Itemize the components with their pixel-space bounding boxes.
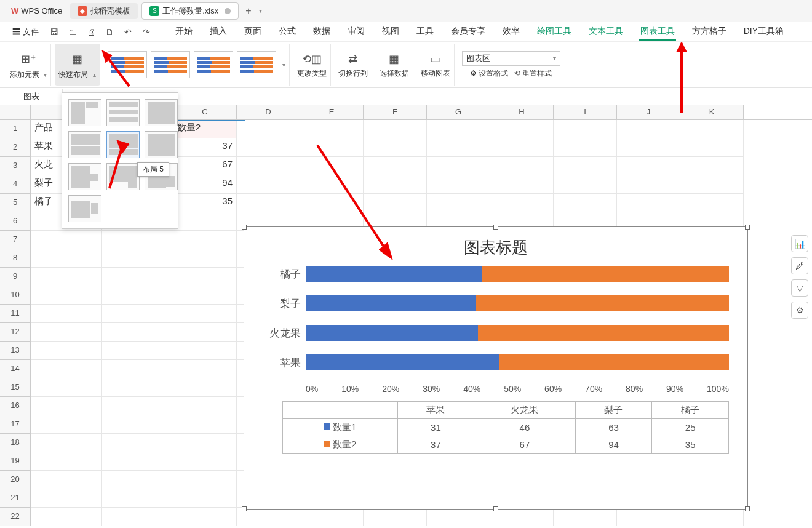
row-header-17[interactable]: 17 [0, 415, 31, 434]
menu-tab-1[interactable]: 插入 [209, 23, 228, 41]
cell[interactable] [102, 452, 173, 471]
cell[interactable] [490, 138, 554, 157]
cell[interactable] [31, 268, 102, 286]
row-header-8[interactable]: 8 [0, 249, 31, 268]
cell[interactable] [173, 305, 237, 323]
cell[interactable] [173, 360, 237, 378]
menu-tab-9[interactable]: 效率 [501, 23, 521, 41]
cell[interactable] [31, 489, 102, 508]
chart-object[interactable]: 图表标题 橘子梨子火龙果苹果 0%10%20%30%40%50%60%70%80… [244, 226, 748, 510]
cell[interactable] [554, 175, 617, 194]
menu-tab-8[interactable]: 会员专享 [450, 23, 487, 41]
cell[interactable] [31, 286, 102, 305]
cell[interactable] [173, 471, 237, 489]
cell[interactable] [490, 120, 554, 138]
cell[interactable] [31, 305, 102, 323]
menu-tab-2[interactable]: 页面 [243, 23, 263, 41]
cell[interactable] [554, 120, 617, 138]
cell[interactable] [490, 508, 554, 526]
chart-handle-ne[interactable] [745, 225, 750, 230]
row-header-10[interactable]: 10 [0, 286, 31, 305]
cell[interactable]: 67 [173, 157, 237, 175]
cell[interactable] [173, 323, 237, 342]
cell[interactable] [300, 508, 364, 526]
cell[interactable] [554, 194, 617, 212]
cell[interactable] [490, 175, 554, 194]
change-type-button[interactable]: ⟲▥更改类型 [293, 44, 331, 86]
cell[interactable] [102, 489, 173, 508]
cell[interactable] [617, 138, 680, 157]
cell[interactable] [554, 157, 617, 175]
cell[interactable] [31, 249, 102, 268]
cell[interactable] [102, 249, 173, 268]
name-box[interactable]: 图表 [0, 89, 63, 104]
col-header-F[interactable]: F [364, 105, 427, 119]
cell[interactable] [173, 268, 237, 286]
cell[interactable] [102, 415, 173, 434]
cell[interactable] [173, 397, 237, 415]
cell[interactable] [173, 415, 237, 434]
quick-layout-button[interactable]: ▦ 快速布局 ▴ [55, 44, 100, 86]
cell[interactable] [173, 249, 237, 268]
cell[interactable] [680, 508, 744, 526]
menu-tab-3[interactable]: 公式 [277, 23, 297, 41]
redo-icon[interactable]: ↷ [140, 25, 153, 39]
cell[interactable] [237, 157, 300, 175]
cell[interactable] [102, 434, 173, 452]
menu-tab-5[interactable]: 审阅 [346, 23, 366, 41]
col-header-D[interactable]: D [237, 105, 300, 119]
cell[interactable] [173, 212, 237, 231]
row-header-4[interactable]: 4 [0, 175, 31, 194]
row-header-9[interactable]: 9 [0, 268, 31, 286]
col-header-I[interactable]: I [554, 105, 617, 119]
new-tab-button[interactable]: + [241, 3, 256, 19]
menu-tab-13[interactable]: 方方格子 [691, 23, 728, 41]
style-thumb-2[interactable] [151, 51, 190, 78]
cell[interactable] [427, 175, 490, 194]
layout-option-1[interactable] [68, 99, 102, 126]
cell[interactable] [31, 397, 102, 415]
cell[interactable] [31, 508, 102, 526]
cell[interactable] [237, 194, 300, 212]
cell[interactable] [31, 342, 102, 360]
cell[interactable] [31, 415, 102, 434]
menu-tab-6[interactable]: 视图 [381, 23, 400, 41]
file-menu[interactable]: ☰ 文件 [6, 24, 45, 40]
cell[interactable] [680, 194, 744, 212]
cell[interactable]: 94 [173, 175, 237, 194]
cell[interactable] [490, 157, 554, 175]
select-data-button[interactable]: ▦选择数据 [376, 44, 413, 86]
layout-option-10[interactable] [68, 195, 102, 222]
row-header-12[interactable]: 12 [0, 323, 31, 342]
layout-option-2[interactable] [106, 99, 140, 126]
cell[interactable]: 37 [173, 138, 237, 157]
cell[interactable]: 数量2 [173, 120, 237, 138]
style-thumb-4[interactable] [237, 51, 276, 78]
cell[interactable] [554, 138, 617, 157]
cell[interactable] [102, 231, 173, 249]
row-header-13[interactable]: 13 [0, 342, 31, 360]
folder-icon[interactable]: 🗀 [66, 25, 79, 39]
chart-style-icon[interactable]: 🖉 [791, 257, 808, 274]
row-header-1[interactable]: 1 [0, 120, 31, 138]
layout-option-3[interactable] [145, 99, 178, 126]
row-header-22[interactable]: 22 [0, 508, 31, 526]
set-format-button[interactable]: ⚙设置格式 [470, 68, 508, 79]
cell[interactable] [617, 175, 680, 194]
cell[interactable] [31, 360, 102, 378]
col-header-J[interactable]: J [617, 105, 680, 119]
chart-handle-n[interactable] [493, 225, 498, 230]
chart-area-select[interactable]: 图表区▾ [462, 51, 560, 66]
row-header-3[interactable]: 3 [0, 157, 31, 175]
cell[interactable] [173, 508, 237, 526]
cell[interactable] [680, 175, 744, 194]
cell[interactable] [31, 471, 102, 489]
cell[interactable] [300, 120, 364, 138]
reset-style-button[interactable]: ⟲重置样式 [514, 68, 552, 79]
layout-option-7[interactable] [68, 163, 102, 190]
cell[interactable] [102, 342, 173, 360]
cell[interactable] [617, 508, 680, 526]
style-thumb-3[interactable] [194, 51, 233, 78]
undo-icon[interactable]: ↶ [121, 25, 135, 39]
layout-option-4[interactable] [68, 131, 102, 158]
